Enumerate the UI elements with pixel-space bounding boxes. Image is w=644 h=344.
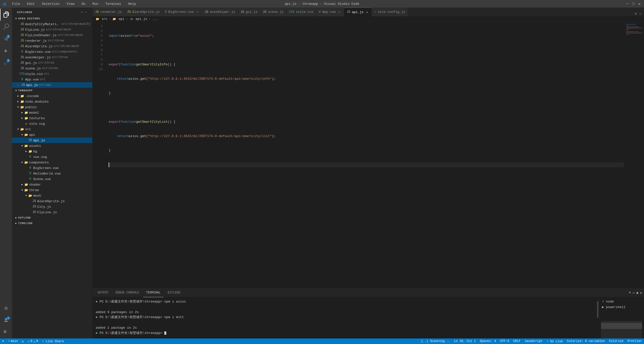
panel-tab-gitlens[interactable]: GITLENS — [165, 288, 183, 297]
menu-edit[interactable]: Edit — [25, 2, 36, 6]
open-editor-apijs[interactable]: ✕ JS api.js src\api — [12, 82, 92, 88]
tree-alarmsprite-js[interactable]: JS AlarmSprite.js — [12, 198, 92, 204]
breadcrumb-file[interactable]: api.js — [135, 17, 147, 21]
open-editor-axeshelper[interactable]: JS axesHelper.js src\three — [12, 55, 92, 60]
activity-source-control[interactable]: 1 — [0, 33, 12, 45]
status-live-share[interactable]: ⚡ Live Share — [40, 338, 66, 344]
tree-vite-svg[interactable]: ◈ vite.svg — [12, 121, 92, 126]
tab-close-apijs[interactable]: ✕ — [365, 10, 369, 14]
breadcrumb-api[interactable]: api — [118, 17, 124, 21]
terminal-session-node[interactable]: ⚡ node — [599, 299, 644, 304]
activity-remote[interactable] — [0, 302, 12, 314]
status-eol[interactable]: CRLF — [511, 338, 522, 344]
tab-renderer[interactable]: JS renderer.js — [93, 8, 125, 16]
menu-help[interactable]: Help — [127, 2, 137, 6]
panel-close-icon[interactable]: ✕ — [640, 291, 642, 295]
more-actions-icon[interactable]: ⋯ — [84, 10, 87, 14]
terminal-session-powershell[interactable]: ▶ powershell — [599, 304, 644, 310]
tree-node-modules[interactable]: ► 📁 node_modules — [12, 99, 92, 104]
scrollbar-thumb[interactable] — [597, 301, 598, 318]
new-file-icon[interactable]: » — [80, 10, 83, 14]
split-editor-icon[interactable]: ⊡ — [634, 11, 638, 16]
tab-style[interactable]: CSS style.css — [286, 8, 316, 16]
status-language[interactable]: JavaScript — [522, 338, 545, 344]
tab-gui[interactable]: JS gui.js — [238, 8, 260, 16]
tree-mesh[interactable]: ▼ 📂 mesh — [12, 193, 92, 198]
status-errors[interactable]: ⚠ 0 △ 0 — [26, 338, 40, 344]
panel-tab-output[interactable]: OUTPUT — [95, 288, 111, 297]
panel-tab-terminal[interactable]: TERMINAL — [143, 288, 164, 297]
menu-terminal[interactable]: Terminal — [104, 2, 123, 6]
tree-city-js[interactable]: JS City.js — [12, 204, 92, 209]
menu-selection[interactable]: Selection — [40, 2, 61, 6]
panel-more-icon[interactable]: ⋯ — [633, 291, 635, 295]
status-encoding[interactable]: UTF-8 — [498, 338, 511, 344]
open-editor-bigscreen[interactable]: V BigScreen.vue src\components — [12, 49, 92, 55]
menu-file[interactable]: File — [11, 2, 21, 6]
activity-extensions[interactable]: 1 — [0, 57, 12, 69]
code-content[interactable]: import axios from "axios"; export functi… — [105, 22, 624, 288]
maximize-button[interactable]: □ — [631, 2, 635, 6]
status-branch[interactable]: ⑂ main — [6, 338, 20, 344]
tab-close-bigscreen[interactable]: ✓ — [195, 10, 199, 14]
tree-scene-vue[interactable]: V Scene.vue — [12, 176, 92, 182]
tab-viteconfig[interactable]: ⚡ vite.config.js — [372, 8, 408, 16]
status-position[interactable]: Ln 10, Col 1 — [452, 338, 478, 344]
tab-axeshelper[interactable]: JS axesHelper.js — [202, 8, 238, 16]
panel-tab-debug[interactable]: DEBUG CONSOLE — [112, 288, 142, 297]
tree-bigscreen-vue[interactable]: V BigScreen.vue — [12, 165, 92, 171]
tree-textures[interactable]: ► 📁 textures — [12, 115, 92, 121]
tree-vue-svg[interactable]: V vue.svg — [12, 154, 92, 160]
panel-maximize-icon[interactable]: ▲ — [636, 291, 638, 295]
tab-apijs[interactable]: JS api.js ✕ — [344, 8, 372, 16]
status-remote[interactable]: ⌫ — [0, 338, 6, 344]
tree-vscode[interactable]: ► 📁 .vscode — [12, 93, 92, 99]
tree-src[interactable]: ▼ 📂 src — [12, 126, 92, 132]
panel-scrollbar[interactable] — [597, 297, 599, 338]
activity-settings[interactable] — [0, 326, 12, 338]
status-colorize[interactable]: Colorize: 0 variables — [565, 338, 607, 344]
more-tabs-icon[interactable]: ⋯ — [638, 11, 642, 16]
tree-assets[interactable]: ▼ 📂 assets — [12, 143, 92, 149]
activity-accounts[interactable]: 1 — [0, 314, 12, 326]
open-editor-flylineshader[interactable]: JS FlyLineShader.js src\three\mesh — [12, 32, 92, 38]
status-scanning[interactable]: {..} Scanning... — [419, 338, 452, 344]
tab-scene[interactable]: JS scene.js — [260, 8, 287, 16]
tree-model[interactable]: ► 📁 model — [12, 110, 92, 115]
open-editor-modifyCityMaterial[interactable]: JS modifyCityMaterial.js src\three\modif… — [12, 21, 92, 27]
status-colorize-btn[interactable]: Colorize — [607, 338, 626, 344]
open-editor-alarmsprite[interactable]: JS AlarmSprite.js src\three\mesh — [12, 44, 92, 49]
open-editor-appvue[interactable]: V App.vue src — [12, 77, 92, 82]
open-editor-renderer[interactable]: JS renderer.js src\three — [12, 38, 92, 44]
status-sync[interactable]: ↻ — [20, 338, 26, 344]
tab-appvue[interactable]: V App.vue ✓ — [316, 8, 344, 16]
activity-search[interactable] — [0, 21, 12, 33]
breadcrumb-src[interactable]: src — [102, 17, 107, 21]
tab-alarmsprite[interactable]: JS AlarmSprite.js — [125, 8, 163, 16]
timeline-section[interactable]: ► TIMELINE — [12, 221, 92, 226]
open-editor-flyline[interactable]: JS FlyLine.js src\three\mesh — [12, 27, 92, 32]
tree-api[interactable]: ▼ 📂 api — [12, 132, 92, 138]
outline-section[interactable]: ► OUTLINE — [12, 215, 92, 221]
tab-bigscreen[interactable]: V BigScreen.vue ✓ — [163, 8, 202, 16]
open-editors-section[interactable]: ▼ OPEN EDITORS — [12, 16, 92, 21]
tree-components[interactable]: ▼ 📂 components — [12, 160, 92, 165]
threeapp-section[interactable]: ▼ THREEAPP — [12, 88, 92, 93]
tree-three[interactable]: ▼ 📂 three — [12, 187, 92, 193]
tree-flyline-js[interactable]: JS FlyLine.js — [12, 209, 92, 215]
activity-explorer[interactable] — [0, 9, 12, 21]
code-editor[interactable]: 1 2 3 4 5 6 7 8 9 10 import axios from "… — [93, 22, 644, 288]
status-spaces[interactable]: Spaces: 4 — [478, 338, 498, 344]
panel-add-icon[interactable]: + — [629, 290, 631, 295]
sessions-scrollbar-thumb[interactable] — [601, 323, 642, 329]
close-button[interactable]: ✕ — [637, 2, 641, 6]
status-golive[interactable]: ⚡ Go Live — [545, 338, 565, 344]
menu-run[interactable]: Run — [91, 2, 100, 6]
tree-bg[interactable]: ► 📁 bg — [12, 149, 92, 154]
open-editor-gui[interactable]: JS gui.js src\three — [12, 60, 92, 66]
breadcrumb-symbol[interactable]: ... — [152, 17, 158, 21]
activity-run[interactable] — [0, 45, 12, 57]
menu-go[interactable]: Go — [80, 2, 87, 6]
tree-helloworld-vue[interactable]: V HelloWorld.vue — [12, 171, 92, 176]
tree-shader[interactable]: ► 📁 shader — [12, 182, 92, 187]
